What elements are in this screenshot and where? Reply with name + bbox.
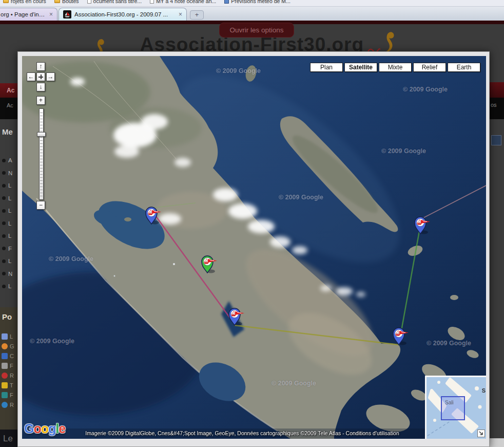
pan-left-button[interactable]: ← xyxy=(27,72,35,81)
bookmark-item[interactable]: rojets en cours xyxy=(3,0,46,4)
menu-item[interactable]: L xyxy=(2,255,12,268)
pan-right-button[interactable]: → xyxy=(46,72,55,81)
screen: rojets en coursBoutesocument sans titre.… xyxy=(0,0,504,447)
folder-icon xyxy=(3,0,9,3)
route-line xyxy=(150,203,196,208)
menu-item[interactable]: L xyxy=(2,280,12,293)
zoom-out-button[interactable]: − xyxy=(36,201,45,210)
sidebar-menu: ANLLLLLFLNL xyxy=(2,154,12,293)
minimap-place-label: Sali xyxy=(445,400,454,405)
map-type-mixte[interactable]: Mixte xyxy=(379,63,412,72)
map-type-plan[interactable]: Plan xyxy=(310,63,343,72)
bookmark-item[interactable]: MY à 4 note océane an... xyxy=(150,0,216,4)
bullet-icon xyxy=(2,196,6,200)
bookmark-item[interactable]: Prévisions météo de M... xyxy=(224,0,290,4)
zoom-slider-handle[interactable] xyxy=(37,132,46,137)
map-type-earth[interactable]: Earth xyxy=(448,63,480,72)
map-type-relief[interactable]: Relief xyxy=(413,63,446,72)
portal-item[interactable]: G xyxy=(2,341,14,351)
portal-item[interactable]: L xyxy=(2,331,14,341)
left-breadcrumb: Ac xyxy=(0,98,17,119)
pan-down-button[interactable]: ↓ xyxy=(36,83,45,91)
menu-item-label: L xyxy=(8,182,11,189)
portal-item-label: C xyxy=(10,353,14,359)
wand-icon xyxy=(2,382,8,388)
logo-letter: o xyxy=(33,421,41,436)
menu-item[interactable]: L xyxy=(2,204,12,217)
picture-icon xyxy=(2,353,8,359)
camera-icon xyxy=(2,363,8,369)
portal-item[interactable]: F xyxy=(2,361,14,370)
menu-item-label: L xyxy=(8,220,11,227)
bullet-icon xyxy=(2,184,6,188)
right-nav-fragment xyxy=(490,82,504,98)
portal-item[interactable]: C xyxy=(2,351,14,361)
bookmark-label: rojets en cours xyxy=(11,0,46,4)
menu-item-label: L xyxy=(8,208,11,214)
logo-letter: o xyxy=(41,421,48,436)
logo-letter: G xyxy=(24,421,33,436)
sailboat-marker[interactable] xyxy=(393,328,409,345)
portal-list: LGCFRTFR xyxy=(2,331,14,409)
portal-item[interactable]: R xyxy=(2,400,14,409)
sailboat-favicon xyxy=(63,10,71,18)
minimap-edge-label: S xyxy=(482,387,486,394)
map-type-satellite[interactable]: Satellite xyxy=(344,63,377,72)
overview-minimap[interactable]: Sali S xyxy=(425,376,486,439)
menu-item[interactable]: L xyxy=(2,192,12,205)
pan-up-button[interactable]: ↑ xyxy=(36,62,45,71)
menu-item-label: L xyxy=(8,233,11,239)
menu-item[interactable]: L xyxy=(2,217,12,230)
minimap-collapse-button[interactable] xyxy=(477,430,485,437)
sailboat-marker[interactable] xyxy=(146,207,161,225)
page-icon xyxy=(87,0,91,4)
menu-item[interactable]: A xyxy=(2,154,12,167)
bookmark-label: Boutes xyxy=(62,0,79,4)
portal-item[interactable]: T xyxy=(2,380,14,390)
browser-tab[interactable]: org • Page d'ind...× xyxy=(0,8,57,21)
route-line xyxy=(235,325,399,345)
left-nav-bar[interactable]: Ac xyxy=(0,83,17,98)
sailboat-marker[interactable] xyxy=(229,308,244,326)
bookmark-item[interactable]: ocument sans titre... xyxy=(87,0,142,4)
tab-title: Association-First30.org - 2009.07 ... xyxy=(74,11,175,17)
folder-icon xyxy=(54,0,60,3)
sailboat-marker[interactable] xyxy=(202,256,217,273)
menu-item-label: N xyxy=(8,170,12,176)
globe-icon xyxy=(2,402,8,408)
menu-item[interactable]: F xyxy=(2,243,12,255)
portal-item[interactable]: R xyxy=(2,370,14,380)
sailboat-marker[interactable] xyxy=(415,217,430,234)
map-canvas[interactable]: © 2009 Google© 2009 Google© 2009 Google©… xyxy=(22,56,486,439)
bookmark-item[interactable]: Boutes xyxy=(54,0,79,4)
menu-item[interactable]: L xyxy=(2,179,12,192)
zoom-in-button[interactable]: + xyxy=(36,96,45,105)
new-tab-button[interactable]: + xyxy=(190,10,204,20)
tab-close-button[interactable]: × xyxy=(48,11,53,18)
portal-item-label: L xyxy=(10,333,13,340)
terms-of-use-link[interactable]: Conditions d'utilisation xyxy=(346,430,399,436)
bullet-icon xyxy=(2,221,6,225)
google-logo: Google xyxy=(24,421,65,436)
open-options-button[interactable]: Ouvrir les options xyxy=(219,23,294,38)
palette-icon xyxy=(2,343,8,349)
menu-item-label: N xyxy=(8,271,12,277)
menu-item[interactable]: N xyxy=(2,268,12,281)
tab-close-button[interactable]: × xyxy=(178,11,182,18)
right-bottom-fragment xyxy=(490,438,504,447)
menu-item[interactable]: L xyxy=(2,230,12,243)
portal-item[interactable]: F xyxy=(2,390,14,400)
browser-tab[interactable]: Association-First30.org - 2009.07 ...× xyxy=(59,8,187,21)
route-line xyxy=(420,185,486,219)
menu-item[interactable]: N xyxy=(2,167,12,180)
page-icon xyxy=(150,0,154,4)
zoom-slider-track[interactable] xyxy=(39,108,44,200)
books-icon xyxy=(2,392,8,398)
attribution-text: Imagerie ©2009 DigitalGlobe, Cnes&#47;Sp… xyxy=(85,430,345,436)
bullet-icon xyxy=(2,209,6,213)
pan-home-button[interactable] xyxy=(36,72,45,81)
route-line xyxy=(399,226,420,345)
bullet-icon xyxy=(2,171,6,175)
portal-header: Po xyxy=(0,312,12,321)
map-lightbox: © 2009 Google© 2009 Google© 2009 Google©… xyxy=(17,51,490,447)
